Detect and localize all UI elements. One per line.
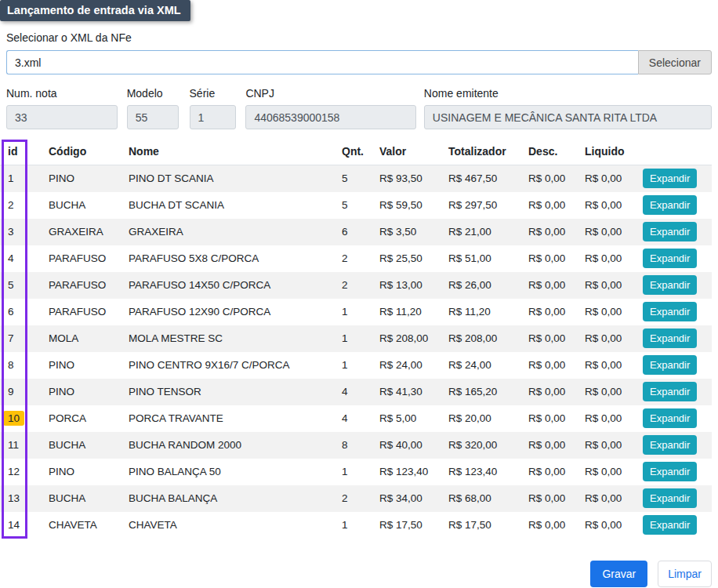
cell-actions: Expandir (635, 405, 712, 432)
row-id-value: 1 (8, 172, 14, 184)
expand-button[interactable]: Expandir (643, 169, 697, 188)
cell-id: 14 (0, 512, 41, 539)
cell-desc: R$ 0,00 (520, 165, 577, 192)
cell-actions: Expandir (635, 512, 712, 539)
cell-liquido: R$ 0,00 (577, 219, 635, 245)
expand-button[interactable]: Expandir (643, 275, 697, 295)
cell-nome: CHAVETA (121, 512, 334, 539)
cell-valor: R$ 13,00 (372, 272, 441, 299)
cell-qnt: 5 (334, 192, 372, 219)
header-codigo: Código (41, 140, 121, 165)
cell-codigo: PARAFUSO (41, 299, 121, 325)
table-row: 5 PARAFUSO PARAFUSO 14X50 C/PORCA 2 R$ 1… (0, 272, 712, 299)
cell-totalizador: R$ 17,50 (441, 512, 520, 539)
expand-button[interactable]: Expandir (643, 195, 697, 215)
expand-button[interactable]: Expandir (643, 435, 697, 455)
expand-button[interactable]: Expandir (643, 462, 697, 481)
expand-button[interactable]: Expandir (643, 222, 697, 241)
cell-id: 13 (0, 485, 41, 512)
table-row: 10 PORCA PORCA TRAVANTE 4 R$ 5,00 R$ 20,… (0, 405, 712, 432)
expand-button[interactable]: Expandir (643, 328, 697, 348)
items-table-wrap: id Código Nome Qnt. Valor Totalizador De… (0, 140, 712, 539)
select-file-button[interactable]: Selecionar (638, 50, 712, 74)
xml-file-input[interactable] (6, 50, 638, 74)
cell-actions: Expandir (635, 192, 712, 219)
cell-valor: R$ 123,40 (372, 459, 441, 485)
expand-button[interactable]: Expandir (643, 302, 697, 321)
cell-nome: PARAFUSO 12X90 C/PORCA (121, 299, 334, 325)
modelo-label: Modelo (127, 87, 179, 100)
cell-desc: R$ 0,00 (520, 512, 577, 539)
field-serie: Série (190, 87, 237, 129)
row-id-value: 10 (3, 411, 24, 426)
cell-nome: BUCHA BALANÇA (121, 485, 334, 512)
cell-id: 9 (0, 379, 41, 405)
row-id-value: 3 (8, 226, 14, 238)
cell-valor: R$ 24,00 (372, 352, 441, 379)
row-id-value: 13 (8, 492, 20, 504)
cell-liquido: R$ 0,00 (577, 192, 635, 219)
header-totalizador: Totalizador (441, 140, 520, 165)
table-row: 1 PINO PINO DT SCANIA 5 R$ 93,50 R$ 467,… (0, 165, 712, 192)
cell-totalizador: R$ 20,00 (441, 405, 520, 432)
table-row: 9 PINO PINO TENSOR 4 R$ 41,30 R$ 165,20 … (0, 379, 712, 405)
cell-valor: R$ 17,50 (372, 512, 441, 539)
clear-button[interactable]: Limpar (658, 561, 712, 587)
expand-button[interactable]: Expandir (643, 249, 697, 268)
cell-codigo: PINO (41, 352, 121, 379)
cell-nome: BUCHA RANDOM 2000 (121, 432, 334, 459)
cell-qnt: 1 (334, 352, 372, 379)
save-button[interactable]: Gravar (590, 561, 647, 587)
modelo-input (127, 105, 179, 129)
row-id-value: 2 (8, 199, 14, 211)
cell-valor: R$ 93,50 (372, 165, 441, 192)
cell-totalizador: R$ 24,00 (441, 352, 520, 379)
expand-button[interactable]: Expandir (643, 382, 697, 401)
cell-nome: MOLA MESTRE SC (121, 325, 334, 352)
cell-nome: PARAFUSO 5X8 C/PORCA (121, 245, 334, 272)
table-row: 6 PARAFUSO PARAFUSO 12X90 C/PORCA 1 R$ 1… (0, 299, 712, 325)
expand-button[interactable]: Expandir (643, 408, 697, 428)
expand-button[interactable]: Expandir (643, 515, 697, 535)
entry-via-xml-page: Lançamento de entrada via XML Selecionar… (0, 0, 718, 588)
row-id-value: 9 (8, 386, 14, 397)
cnpj-input (245, 105, 415, 129)
row-id-value: 11 (8, 439, 19, 451)
header-id: id (0, 140, 41, 165)
cell-liquido: R$ 0,00 (577, 352, 635, 379)
cell-desc: R$ 0,00 (520, 192, 577, 219)
cell-qnt: 5 (334, 165, 372, 192)
cell-totalizador: R$ 467,50 (441, 165, 520, 192)
cell-qnt: 4 (334, 379, 372, 405)
cell-qnt: 2 (334, 272, 372, 299)
cell-nome: GRAXEIRA (121, 219, 334, 245)
field-nome-emitente: Nome emitente (424, 87, 712, 129)
cell-actions: Expandir (635, 379, 712, 405)
cell-liquido: R$ 0,00 (577, 459, 635, 485)
cell-nome: PINO BALANÇA 50 (121, 459, 334, 485)
num-nota-input (6, 105, 118, 129)
cell-actions: Expandir (635, 459, 712, 485)
cell-codigo: BUCHA (41, 485, 121, 512)
field-modelo: Modelo (127, 87, 179, 129)
field-cnpj: CNPJ (245, 87, 415, 129)
cell-codigo: GRAXEIRA (41, 219, 121, 245)
row-id-value: 4 (8, 252, 14, 264)
cell-id: 12 (0, 459, 41, 485)
cell-desc: R$ 0,00 (520, 325, 577, 352)
header-liquido: Liquido (577, 140, 635, 165)
xml-file-input-group: Selecionar (6, 50, 712, 74)
cell-desc: R$ 0,00 (520, 245, 577, 272)
cell-nome: PORCA TRAVANTE (121, 405, 334, 432)
cell-totalizador: R$ 123,40 (441, 459, 520, 485)
cell-qnt: 2 (334, 245, 372, 272)
row-id-value: 12 (8, 466, 20, 477)
footer-actions: Gravar Limpar (0, 561, 712, 587)
cell-valor: R$ 11,20 (372, 299, 441, 325)
expand-button[interactable]: Expandir (643, 488, 697, 508)
cell-desc: R$ 0,00 (520, 272, 577, 299)
expand-button[interactable]: Expandir (643, 355, 697, 375)
cell-qnt: 1 (334, 459, 372, 485)
cell-liquido: R$ 0,00 (577, 485, 635, 512)
cell-codigo: PARAFUSO (41, 272, 121, 299)
